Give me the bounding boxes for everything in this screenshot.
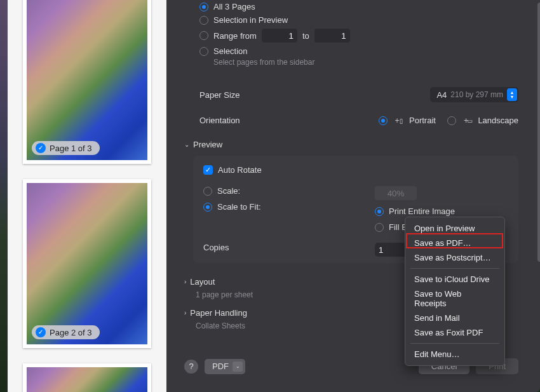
selection-label: Selection [213, 46, 247, 56]
all-pages-label: All 3 Pages [213, 2, 255, 11]
paper-handling-section-title: Paper Handling [190, 308, 247, 318]
dropdown-stepper-icon: ▲▼ [507, 88, 517, 101]
portrait-label: Portrait [409, 116, 436, 125]
menu-separator [410, 268, 499, 269]
menu-edit-menu[interactable]: Edit Menu… [405, 347, 504, 362]
menu-save-as-foxit-pdf[interactable]: Save as Foxit PDF [405, 325, 504, 340]
radio-all-pages[interactable] [199, 3, 208, 11]
help-button[interactable]: ? [184, 360, 198, 374]
page-thumbnail-sidebar: ✓ Page 1 of 3 ✓ Page 2 of 3 [8, 0, 166, 392]
preview-section-title: Preview [193, 140, 222, 149]
selection-in-preview-label: Selection in Preview [213, 15, 288, 25]
auto-rotate-label: Auto Rotate [218, 165, 262, 175]
thumbnail-page-1[interactable]: ✓ Page 1 of 3 [23, 0, 151, 164]
thumbnail-badge: ✓ Page 1 of 3 [32, 141, 100, 155]
thumbnail-page-3[interactable] [23, 363, 151, 392]
radio-range[interactable] [199, 31, 208, 40]
thumbnail-label: Page 2 of 3 [50, 328, 92, 337]
menu-save-as-pdf[interactable]: Save as PDF… [405, 236, 504, 250]
landscape-label: Landscape [478, 116, 518, 125]
radio-selection-in-preview[interactable] [199, 16, 208, 25]
thumbnail-page-2[interactable]: ✓ Page 2 of 3 [23, 179, 151, 348]
copies-value: 1 [379, 245, 383, 255]
pdf-dropdown-button[interactable]: PDF ⌄ [205, 359, 245, 374]
range-to-label: to [302, 31, 309, 41]
print-entire-image-label: Print Entire Image [389, 206, 455, 216]
chevron-right-icon: › [184, 278, 186, 285]
thumbnail-label: Page 1 of 3 [50, 144, 92, 153]
copies-label: Copies [203, 243, 229, 252]
paper-size-select[interactable]: A4 210 by 297 mm ▲▼ [430, 87, 518, 102]
pdf-dropdown-menu: Open in Preview Save as PDF… Save as Pos… [405, 217, 505, 366]
menu-open-in-preview[interactable]: Open in Preview [405, 221, 504, 236]
thumbnail-image [27, 0, 147, 160]
pdf-button-label: PDF [212, 362, 229, 371]
paper-size-value: A4 [436, 90, 447, 100]
chevron-down-icon: ⌄ [184, 141, 189, 148]
thumbnail-image [27, 367, 147, 392]
checkmark-icon: ✓ [36, 327, 46, 337]
portrait-icon: +▯ [395, 116, 403, 125]
dialog-content: All 3 Pages Selection in Preview Range f… [166, 0, 540, 392]
checkmark-icon: ✓ [36, 143, 46, 153]
chevron-right-icon: › [184, 309, 186, 316]
radio-selection[interactable] [199, 47, 208, 56]
print-dialog: ✓ Page 1 of 3 ✓ Page 2 of 3 All 3 Pages [8, 0, 540, 392]
scale-input [375, 186, 417, 200]
scale-to-fit-label: Scale to Fit: [217, 202, 261, 212]
radio-scale[interactable] [203, 187, 212, 196]
radio-landscape[interactable] [447, 116, 456, 125]
thumbnail-image [27, 183, 147, 344]
menu-save-to-icloud[interactable]: Save to iCloud Drive [405, 272, 504, 287]
menu-save-as-postscript[interactable]: Save as Postscript… [405, 250, 504, 265]
radio-scale-to-fit[interactable] [203, 203, 212, 212]
scale-label: Scale: [217, 186, 240, 196]
radio-fill-entire-paper[interactable] [375, 223, 384, 232]
auto-rotate-checkbox[interactable]: ✓ [203, 165, 213, 175]
orientation-label: Orientation [199, 116, 240, 125]
landscape-icon: +▭ [464, 116, 471, 125]
menu-send-in-mail[interactable]: Send in Mail [405, 311, 504, 325]
range-from-label: Range from [213, 31, 257, 41]
radio-print-entire-image[interactable] [375, 207, 384, 216]
range-to-input[interactable] [314, 29, 350, 43]
paper-size-label: Paper Size [199, 90, 240, 100]
radio-portrait[interactable] [379, 116, 388, 125]
thumbnail-badge: ✓ Page 2 of 3 [32, 325, 100, 339]
selection-hint: Select pages from the sidebar [213, 58, 518, 67]
scrollbar[interactable] [537, 3, 540, 262]
layout-section-title: Layout [190, 277, 215, 287]
preview-section-toggle[interactable]: ⌄ Preview [184, 131, 518, 152]
range-from-input[interactable] [262, 29, 297, 43]
menu-separator [410, 343, 499, 344]
paper-size-dim: 210 by 297 mm [450, 90, 503, 99]
chevron-down-icon: ⌄ [233, 362, 243, 372]
menu-save-to-web-receipts[interactable]: Save to Web Receipts [405, 287, 504, 311]
